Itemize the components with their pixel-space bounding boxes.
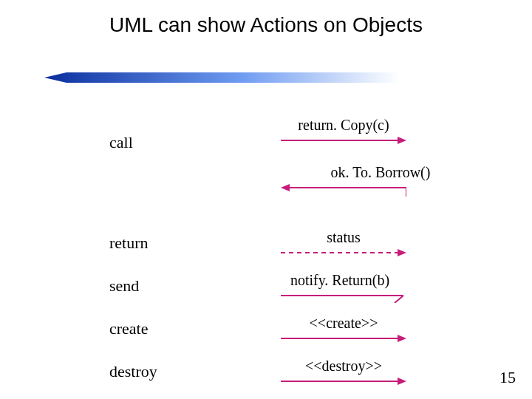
- label-call: call: [109, 133, 133, 152]
- svg-marker-5: [281, 184, 290, 191]
- divider-bar: [44, 72, 399, 83]
- arrow-label-oktoborrow: ok. To. Borrow(): [318, 164, 443, 181]
- arrow-send-icon: [281, 290, 406, 303]
- arrow-label-notifyreturn: notify. Return(b): [273, 272, 406, 289]
- label-destroy: destroy: [109, 362, 157, 381]
- arrow-destroy-icon: [281, 375, 406, 387]
- svg-marker-13: [398, 378, 406, 385]
- svg-marker-11: [398, 335, 406, 342]
- svg-marker-7: [398, 249, 406, 256]
- svg-line-9: [395, 296, 403, 303]
- arrow-label-create: <<create>>: [281, 315, 406, 332]
- label-return: return: [109, 233, 149, 253]
- arrow-label-status: status: [281, 229, 406, 246]
- arrow-create-icon: [281, 332, 406, 344]
- arrow-call-icon: [281, 134, 406, 146]
- arrow-oktoborrow-icon: [281, 182, 406, 198]
- arrow-label-returncopy: return. Copy(c): [281, 117, 406, 134]
- label-send: send: [109, 276, 139, 296]
- arrow-return-icon: [281, 247, 406, 259]
- page-title: UML can show Actions on Objects: [0, 13, 532, 37]
- page-number: 15: [499, 368, 516, 387]
- svg-marker-2: [398, 137, 406, 144]
- label-create: create: [109, 319, 149, 338]
- arrow-label-destroy: <<destroy>>: [281, 358, 406, 375]
- svg-marker-0: [44, 72, 399, 83]
